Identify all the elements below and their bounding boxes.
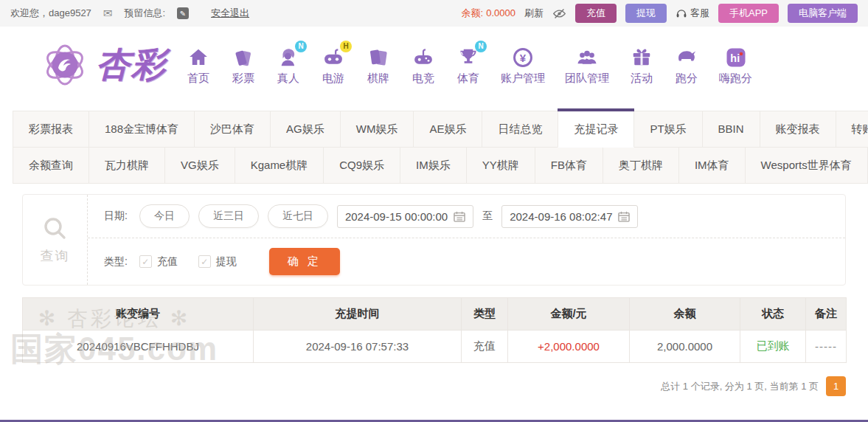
pc-client-button[interactable]: 电脑客户端 [788, 4, 858, 23]
edit-icon[interactable]: ✎ [177, 7, 189, 19]
report-tab[interactable]: 日结总览 [482, 111, 558, 148]
nav-item-label: 首页 [187, 72, 209, 86]
checkbox-icon[interactable] [139, 255, 152, 268]
pagination-summary: 总计 1 个记录, 分为 1 页, 当前第 1 页 [661, 380, 819, 393]
quick-date-button[interactable]: 近七日 [268, 204, 328, 228]
nav-item[interactable]: N 真人 [276, 45, 301, 86]
checkbox-icon[interactable] [198, 255, 211, 268]
type-filter-row: 类型: 充值 提现 确 定 [88, 238, 845, 285]
checkbox-label: 提现 [216, 255, 237, 269]
report-tab[interactable]: 账变报表 [760, 111, 836, 148]
nav-item-icon [231, 45, 256, 69]
nav-item[interactable]: 跑分 [674, 45, 699, 86]
report-tab[interactable]: Wesports世界体育 [745, 147, 868, 184]
type-checkbox-option[interactable]: 充值 [139, 255, 178, 269]
report-tab[interactable]: IM体育 [678, 147, 746, 184]
nav-item-label: 团队管理 [565, 72, 609, 86]
balance-text: 余额:0.0000 [462, 7, 515, 20]
cell-record-id: 20240916VBCFFHHDBJ [23, 331, 254, 363]
tabs-row-2: 余额查询 瓦力棋牌 VG娱乐 Kgame棋牌 CQ9娱乐 IM娱乐 YY棋牌 F… [0, 148, 868, 184]
filter-rows: 日期: 今日 近三日 近七日 2024-09-15 00:00:00 至 202… [88, 195, 845, 285]
logout-link[interactable]: 安全退出 [211, 7, 249, 20]
query-label: 查询 [41, 247, 70, 265]
new-badge: N [475, 41, 487, 52]
report-tab[interactable]: 奥丁棋牌 [603, 147, 679, 184]
nav-item-label: 彩票 [232, 72, 254, 86]
column-header: 充提时间 [254, 298, 462, 331]
report-tab[interactable]: CQ9娱乐 [323, 147, 400, 184]
mail-icon[interactable]: ✉ [103, 7, 113, 20]
report-tab[interactable]: VG娱乐 [164, 147, 235, 184]
pagination: 总计 1 个记录, 分为 1 页, 当前第 1 页 1 [0, 376, 846, 396]
nav-item[interactable]: N 体育 [456, 45, 481, 86]
report-tab[interactable]: Kgame棋牌 [235, 147, 324, 184]
report-tab[interactable]: 瓦力棋牌 [88, 147, 165, 184]
nav-item[interactable]: 团队管理 [565, 45, 609, 86]
site-logo[interactable]: 杏彩 [38, 38, 167, 91]
report-tab[interactable]: BBIN [702, 111, 760, 148]
report-tab[interactable]: 转账报表 [836, 111, 868, 148]
to-label: 至 [482, 210, 493, 223]
nav-item-icon [510, 45, 535, 69]
report-tab[interactable]: 充提记录 [558, 111, 634, 148]
report-tab[interactable]: PT娱乐 [633, 111, 702, 148]
column-header: 备注 [806, 298, 847, 331]
report-tab[interactable]: 彩票报表 [13, 111, 89, 148]
date-from-input[interactable]: 2024-09-15 00:00:00 [337, 205, 473, 228]
report-tab[interactable]: WM娱乐 [340, 111, 414, 148]
type-checkbox-option[interactable]: 提现 [198, 255, 237, 269]
nav-item-label: 真人 [277, 72, 299, 86]
report-tab[interactable]: AE娱乐 [413, 111, 482, 148]
report-tab[interactable]: 188金宝博体育 [88, 111, 195, 148]
report-tab[interactable]: YY棋牌 [466, 147, 535, 184]
nav-item[interactable]: 首页 [186, 45, 211, 86]
date-to-input[interactable]: 2024-09-16 08:02:47 [501, 205, 638, 228]
date-to-value: 2024-09-16 08:02:47 [510, 210, 612, 223]
search-icon [41, 215, 70, 244]
nav-item[interactable]: 电竞 [411, 45, 436, 86]
report-tab[interactable]: FB体育 [535, 147, 603, 184]
nav-item[interactable]: 棋牌 [366, 45, 391, 86]
table-header-row: 账变编号 充提时间 类型 金额/元 余额 状态 备注 [23, 298, 847, 331]
column-header: 余额 [630, 298, 740, 331]
nav-item-icon [366, 45, 391, 69]
column-header: 状态 [740, 298, 806, 331]
type-label: 类型: [104, 255, 128, 269]
date-label: 日期: [104, 210, 128, 223]
nav-item-label: 账户管理 [501, 72, 545, 86]
nav-item[interactable]: 彩票 [231, 45, 256, 86]
quick-date-button[interactable]: 今日 [139, 204, 190, 228]
logo-flower-icon [38, 38, 91, 91]
calendar-icon [618, 211, 630, 222]
report-tab[interactable]: IM娱乐 [400, 147, 467, 184]
recharge-button[interactable]: 充值 [575, 4, 617, 23]
page-1-button[interactable]: 1 [826, 376, 846, 396]
customer-service-link[interactable]: 客服 [676, 7, 709, 20]
balance-value: 0.0000 [486, 7, 515, 18]
new-badge: N [295, 41, 307, 52]
date-from-value: 2024-09-15 00:00:00 [345, 210, 448, 223]
report-tab[interactable]: 余额查询 [13, 147, 89, 184]
nav-item-label: 嗨跑分 [719, 72, 752, 86]
report-tab[interactable]: 沙巴体育 [194, 111, 271, 148]
nav-item[interactable]: 活动 [629, 45, 654, 86]
confirm-button[interactable]: 确 定 [269, 248, 340, 275]
nav-item[interactable]: 嗨跑分 [719, 45, 752, 86]
withdraw-button[interactable]: 提现 [625, 4, 667, 23]
refresh-button[interactable]: 刷新 [524, 7, 544, 20]
report-tabs: 彩票报表 188金宝博体育 沙巴体育 AG娱乐 WM娱乐 AE娱乐 日结总览 充… [0, 111, 868, 184]
nav-item[interactable]: H 电游 [321, 45, 346, 86]
nav-item[interactable]: 账户管理 [501, 45, 545, 86]
column-header: 账变编号 [23, 298, 254, 331]
customer-service-label: 客服 [690, 7, 709, 20]
report-tab[interactable]: AG娱乐 [270, 111, 341, 148]
records-table: 账变编号 充提时间 类型 金额/元 余额 状态 备注 20240916VBCFF… [22, 297, 847, 363]
nav-item-icon [411, 45, 436, 69]
cell-status: 已到账 [740, 331, 806, 363]
mobile-app-button[interactable]: 手机APP [718, 4, 779, 23]
nav-item-icon [186, 45, 211, 69]
quick-date-button[interactable]: 近三日 [198, 204, 259, 228]
balance-label: 余额: [462, 7, 484, 18]
eye-slash-icon[interactable] [552, 8, 566, 19]
cell-time: 2024-09-16 07:57:33 [254, 331, 462, 363]
